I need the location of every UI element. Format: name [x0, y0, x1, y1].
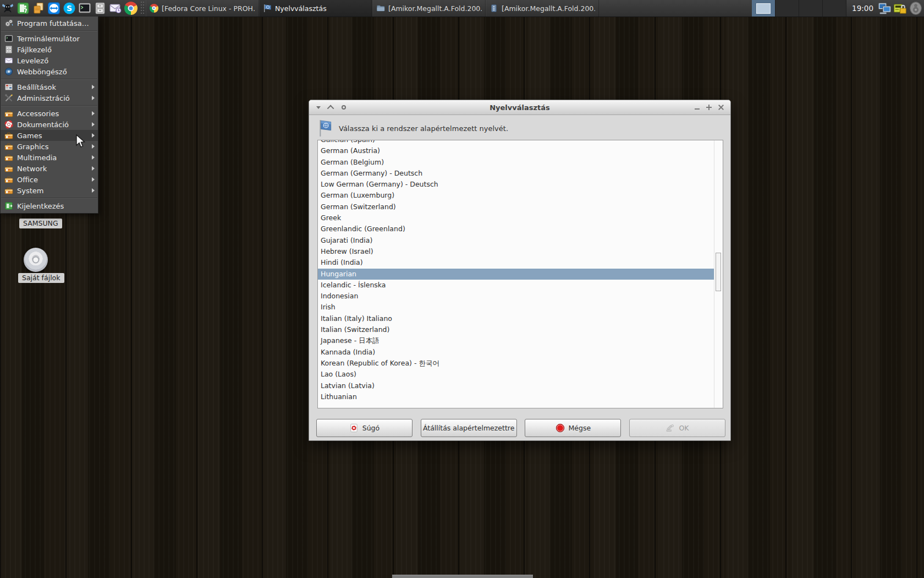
taskbar-item-amikor-1[interactable]: [Amikor.Megallt.A.Fold.200…	[372, 0, 486, 17]
toolbox-icon	[4, 109, 13, 118]
list-item[interactable]: Hindi (India)	[318, 257, 714, 268]
menu-item-browser[interactable]: Webböngésző	[1, 66, 98, 77]
menu-item-label: Network	[17, 165, 88, 173]
menu-item-administration[interactable]: Adminisztráció	[1, 92, 98, 103]
mail-clock-icon[interactable]	[108, 1, 123, 16]
list-item[interactable]: Galician (Spain)	[318, 140, 714, 145]
toolbox-icon	[4, 131, 13, 140]
list-item[interactable]: Irish	[318, 302, 714, 313]
session-logout-icon[interactable]	[15, 1, 31, 16]
language-dialog: Nyelvválasztás Válassza ki a rendszer al…	[309, 100, 731, 441]
list-item[interactable]: Icelandic - Íslenska	[318, 280, 714, 291]
reset-default-button[interactable]: Átállítás alapértelmezettre	[421, 419, 517, 437]
list-item[interactable]: German (Germany) - Deutsch	[318, 168, 714, 179]
network-computers-icon[interactable]	[878, 1, 892, 15]
taskbar-item-fedora[interactable]: [Fedora Core Linux - PROH…	[146, 0, 259, 17]
menu-separator	[1, 105, 97, 106]
app-logo-icon[interactable]	[0, 1, 15, 16]
device-lock-icon[interactable]	[893, 1, 908, 15]
menu-item-mail[interactable]: Levelező	[1, 55, 98, 66]
list-item[interactable]: Greenlandic (Greenland)	[318, 223, 714, 235]
skype-icon[interactable]: S	[62, 1, 77, 16]
list-item[interactable]: Hebrew (Israel)	[318, 246, 714, 257]
browser-icon	[4, 67, 13, 76]
workspace-2[interactable]	[776, 0, 799, 17]
cancel-button[interactable]: Mégse	[525, 419, 621, 437]
media-file-icon	[490, 4, 498, 13]
menu-item-run[interactable]: Program futtatása…	[1, 18, 98, 29]
menu-item-logout[interactable]: Kijelentkezés	[1, 200, 98, 211]
menu-item-label: Program futtatása…	[17, 19, 95, 28]
desktop-icon-label-sajat-fajlok[interactable]: Saját fájlok	[18, 273, 64, 283]
submenu-arrow-icon	[92, 96, 95, 100]
menu-item-terminal[interactable]: Terminálemulátor	[1, 33, 98, 44]
list-item[interactable]: German (Switzerland)	[318, 201, 714, 212]
cancel-icon	[556, 423, 565, 433]
dialog-titlebar[interactable]: Nyelvválasztás	[309, 100, 730, 115]
menu-item-accessories[interactable]: Accessories	[1, 108, 98, 119]
workspace-3[interactable]	[799, 0, 823, 17]
menu-item-label: Accessories	[17, 110, 88, 118]
shade-icon[interactable]	[327, 103, 335, 111]
taskbar-item-amikor-2[interactable]: [Amikor.Megallt.A.Fold.200…	[486, 0, 599, 17]
menu-item-games[interactable]: Games	[1, 130, 98, 141]
language-list: Galician (Spain)German (Austria)German (…	[318, 140, 714, 402]
list-item[interactable]: Greek	[318, 212, 714, 223]
menu-item-documentation[interactable]: Dokumentáció	[1, 119, 98, 130]
list-item[interactable]: Kannada (India)	[318, 347, 714, 358]
dialog-title: Nyelvválasztás	[309, 103, 730, 112]
list-item[interactable]: Lithuanian	[318, 391, 714, 402]
ok-stamp-icon	[666, 423, 675, 433]
list-item[interactable]: Low German (Germany) - Deutsch	[318, 179, 714, 190]
workspace-4[interactable]	[823, 0, 846, 17]
list-item[interactable]: Italian (Italy) Italiano	[318, 313, 714, 324]
stick-icon[interactable]	[340, 103, 348, 111]
list-item[interactable]: Korean (Republic of Korea) - 한국어	[318, 358, 714, 369]
minimize-icon[interactable]	[693, 103, 701, 111]
workspace-switcher	[752, 0, 846, 17]
list-item[interactable]: Indonesian	[318, 291, 714, 302]
scrollbar-thumb[interactable]	[716, 253, 721, 291]
top-panel: S [Fedora Core Linux - PROH… Nyelvválasz…	[0, 0, 924, 17]
list-item[interactable]: Hungarian	[318, 269, 714, 280]
file-cabinet-icon[interactable]	[92, 1, 108, 16]
scrollbar[interactable]	[714, 140, 723, 408]
list-item[interactable]: Latvian (Latvia)	[318, 380, 714, 391]
admin-tools-icon	[4, 94, 13, 102]
taskbar-item-nyelvvalasztas[interactable]: Nyelvválasztás	[259, 0, 372, 17]
menu-item-settings[interactable]: Beállítások	[1, 81, 98, 92]
list-item[interactable]: Japanese - 日本語	[318, 335, 714, 346]
dvd-icon[interactable]	[24, 248, 48, 272]
list-item[interactable]: Gujarati (India)	[318, 235, 714, 246]
desktop-icon-label-samsung[interactable]: SAMSUNG	[19, 219, 62, 228]
menu-item-label: Dokumentáció	[17, 121, 88, 129]
list-item[interactable]: German (Luxemburg)	[318, 190, 714, 201]
close-icon[interactable]	[717, 103, 725, 111]
menu-item-network[interactable]: Network	[1, 163, 98, 174]
workspace-1[interactable]	[752, 0, 776, 17]
panel-separator	[140, 2, 145, 15]
list-item[interactable]: German (Belgium)	[318, 157, 714, 168]
terminal-icon[interactable]	[77, 1, 92, 16]
menu-item-graphics[interactable]: Graphics	[1, 141, 98, 152]
folder-icon	[376, 4, 385, 13]
menu-item-office[interactable]: Office	[1, 174, 98, 185]
teamviewer-icon[interactable]	[46, 1, 62, 16]
menu-item-file-manager[interactable]: Fájlkezelő	[1, 44, 98, 55]
window-menu-icon[interactable]	[315, 103, 322, 111]
list-item[interactable]: German (Austria)	[318, 145, 714, 156]
maximize-icon[interactable]	[705, 103, 713, 111]
menu-item-multimedia[interactable]: Multimedia	[1, 152, 98, 163]
submenu-arrow-icon	[92, 144, 95, 149]
ok-button[interactable]: OK	[629, 419, 725, 437]
speaker-icon[interactable]	[909, 1, 923, 15]
chrome-icon[interactable]	[123, 1, 139, 16]
svg-text:S: S	[67, 4, 72, 13]
help-button[interactable]: Súgó	[316, 419, 413, 437]
list-item[interactable]: Lao (Laos)	[318, 369, 714, 380]
button-label: Súgó	[362, 424, 380, 432]
list-item[interactable]: Italian (Switzerland)	[318, 324, 714, 335]
menu-item-system[interactable]: System	[1, 185, 98, 196]
bottom-panel-peek[interactable]	[392, 575, 533, 578]
copy-files-icon[interactable]	[31, 1, 46, 16]
